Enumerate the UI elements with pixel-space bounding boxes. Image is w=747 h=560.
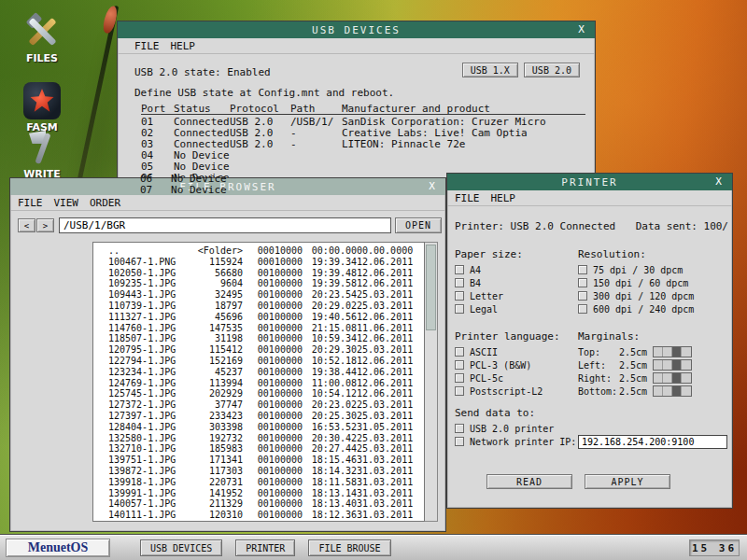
file-row[interactable]: 127372-1.JPG377470010000020:23.0225.03.2…: [108, 399, 424, 411]
file-row[interactable]: 122794-1.JPG1521690010000010:52.1812.06.…: [108, 356, 424, 367]
taskbar-task-usb-devices[interactable]: USB DEVICES: [140, 539, 222, 556]
file-row[interactable]: 125745-1.JPG2029290010000010:54.1212.06.…: [108, 388, 424, 399]
marginal-slider[interactable]: [653, 372, 692, 384]
option-pcl-3-b-w-[interactable]: PCL-3 (B&W): [455, 358, 543, 371]
option-a4[interactable]: A4: [455, 263, 503, 276]
forward-arrow-icon[interactable]: >: [36, 218, 54, 232]
menu-item-view[interactable]: VIEW: [54, 197, 79, 209]
slider-cell[interactable]: [663, 347, 672, 357]
network-printer-ip-input[interactable]: [578, 435, 727, 449]
option-postscript-l2[interactable]: Postscript-L2: [455, 385, 543, 398]
option-75-dpi-30-dpcm[interactable]: 75 dpi / 30 dpcm: [578, 263, 694, 276]
option-300-dpi-120-dpcm[interactable]: 300 dpi / 120 dpcm: [578, 289, 694, 302]
checkbox[interactable]: [455, 347, 464, 357]
checkbox[interactable]: [455, 291, 464, 301]
option-ascii[interactable]: ASCII: [455, 345, 543, 358]
slider-cell[interactable]: [654, 373, 663, 383]
checkbox[interactable]: [455, 265, 464, 274]
file-row[interactable]: 111327-1.JPG456960010000019:40.5612.06.2…: [108, 312, 424, 323]
close-icon[interactable]: X: [712, 175, 726, 189]
file-browser-titlebar[interactable]: FILE BROWSER X: [10, 178, 445, 195]
slider-cell[interactable]: [672, 360, 682, 370]
desktop-icon-write[interactable]: WRITE: [15, 129, 69, 180]
file-row[interactable]: 110739-1.JPG187970010000020:29.0225.03.2…: [108, 301, 424, 312]
menu-item-help[interactable]: HELP: [171, 40, 196, 52]
file-row[interactable]: ..<Folder>0001000000:00.0000.00.0000: [108, 245, 424, 257]
checkbox[interactable]: [455, 386, 464, 396]
file-row[interactable]: 140057-1.JPG2113290010000018:13.4031.03.…: [108, 498, 424, 510]
slider-cell[interactable]: [682, 373, 691, 383]
option-letter[interactable]: Letter: [455, 289, 503, 302]
checkbox[interactable]: [455, 278, 464, 287]
file-row[interactable]: 139751-1.JPG1713410010000018:15.4631.03.…: [108, 455, 424, 466]
file-row[interactable]: 139872-1.JPG1173030010000018:14.3231.03.…: [108, 466, 424, 477]
apply-button[interactable]: APPLY: [585, 474, 670, 489]
desktop-icon-fasm[interactable]: FASM: [15, 82, 69, 133]
file-row[interactable]: 102050-1.JPG566800010000019:39.4812.06.2…: [108, 268, 424, 279]
checkbox[interactable]: [578, 278, 587, 287]
option-usb-2-0-printer[interactable]: USB 2.0 printer: [455, 422, 576, 435]
menu-item-file[interactable]: FILE: [134, 40, 160, 52]
file-row[interactable]: 127397-1.JPG2334230010000020:25.3025.03.…: [108, 411, 424, 422]
checkbox[interactable]: [455, 373, 464, 383]
taskbar-task-file-brouse[interactable]: FILE BROUSE: [308, 539, 390, 556]
checkbox[interactable]: [578, 291, 587, 301]
usb-1x-button[interactable]: USB 1.X: [462, 63, 518, 77]
file-row[interactable]: 120795-1.JPG1154120010000020:29.3025.03.…: [108, 344, 424, 356]
option-network-printer-ip-[interactable]: Network printer IP:: [455, 435, 576, 448]
file-list[interactable]: ..<Folder>0001000000:00.0000.00.00001004…: [92, 242, 425, 522]
option-pcl-5c[interactable]: PCL-5c: [455, 371, 543, 385]
close-icon[interactable]: X: [426, 179, 440, 193]
slider-cell[interactable]: [682, 347, 691, 357]
file-row[interactable]: 132710-1.JPG1859830010000020:27.4425.03.…: [108, 443, 424, 455]
file-row[interactable]: 123234-1.JPG452370010000019:38.4412.06.2…: [108, 367, 424, 378]
checkbox[interactable]: [455, 424, 464, 433]
slider-cell[interactable]: [682, 386, 691, 396]
marginal-slider[interactable]: [653, 346, 692, 357]
file-row[interactable]: 124769-1.JPG1139940010000011:00.0812.06.…: [108, 378, 424, 389]
menu-item-file[interactable]: FILE: [18, 197, 43, 209]
checkbox[interactable]: [455, 304, 464, 314]
checkbox[interactable]: [455, 360, 464, 370]
file-row[interactable]: 114760-1.JPG1475350010000021:15.0811.06.…: [108, 323, 424, 334]
file-row[interactable]: 109443-1.JPG324950010000020:23.5425.03.2…: [108, 289, 424, 301]
checkbox[interactable]: [578, 265, 587, 274]
slider-cell[interactable]: [663, 386, 672, 396]
file-row[interactable]: 132580-1.JPG1927320010000020:30.4225.03.…: [108, 433, 424, 444]
file-row[interactable]: 139918-1.JPG2207310010000018:11.5831.03.…: [108, 477, 424, 488]
checkbox[interactable]: [578, 304, 587, 314]
slider-cell[interactable]: [654, 386, 663, 396]
file-row[interactable]: 100467-1.PNG1159240001000019:39.3412.06.…: [108, 257, 424, 268]
open-button[interactable]: OPEN: [395, 217, 442, 233]
file-row[interactable]: 128404-1.JPG3033980010000016:53.5231.05.…: [108, 422, 424, 433]
option-b4[interactable]: B4: [455, 276, 503, 289]
file-row[interactable]: 140111-1.JPG1203100010000018:12.3631.03.…: [108, 510, 424, 521]
back-arrow-icon[interactable]: <: [18, 218, 35, 232]
marginal-slider[interactable]: [653, 385, 692, 397]
slider-cell[interactable]: [672, 347, 682, 357]
slider-cell[interactable]: [663, 360, 672, 370]
file-row[interactable]: 118507-1.JPG311980010000010:59.3412.06.2…: [108, 333, 424, 344]
checkbox[interactable]: [455, 437, 464, 446]
option-600-dpi-240-dpcm[interactable]: 600 dpi / 240 dpcm: [578, 302, 694, 315]
file-row[interactable]: 109235-1.JPG96040010000019:39.5812.06.20…: [108, 278, 424, 289]
option-legal[interactable]: Legal: [455, 302, 503, 315]
option-150-dpi-60-dpcm[interactable]: 150 dpi / 60 dpcm: [578, 276, 694, 289]
close-icon[interactable]: X: [575, 22, 589, 36]
slider-cell[interactable]: [672, 386, 682, 396]
printer-titlebar[interactable]: PRINTER X: [447, 174, 732, 190]
desktop-icon-files[interactable]: FILES: [15, 13, 69, 64]
slider-cell[interactable]: [663, 373, 672, 383]
menu-item-file[interactable]: FILE: [455, 192, 480, 204]
read-button[interactable]: READ: [486, 474, 572, 489]
marginal-slider[interactable]: [653, 359, 692, 371]
scrollbar-thumb[interactable]: [426, 245, 436, 330]
slider-cell[interactable]: [672, 373, 682, 383]
path-input[interactable]: [59, 217, 391, 233]
file-row[interactable]: 139991-1.JPG1419520010000018:13.1431.03.…: [108, 488, 424, 499]
slider-cell[interactable]: [654, 347, 663, 357]
menuetos-start-button[interactable]: MenuetOS: [6, 539, 110, 557]
menu-item-order[interactable]: ORDER: [90, 197, 120, 209]
taskbar-task-printer[interactable]: PRINTER: [235, 539, 295, 556]
usb-window-titlebar[interactable]: USB DEVICES X: [118, 21, 595, 38]
